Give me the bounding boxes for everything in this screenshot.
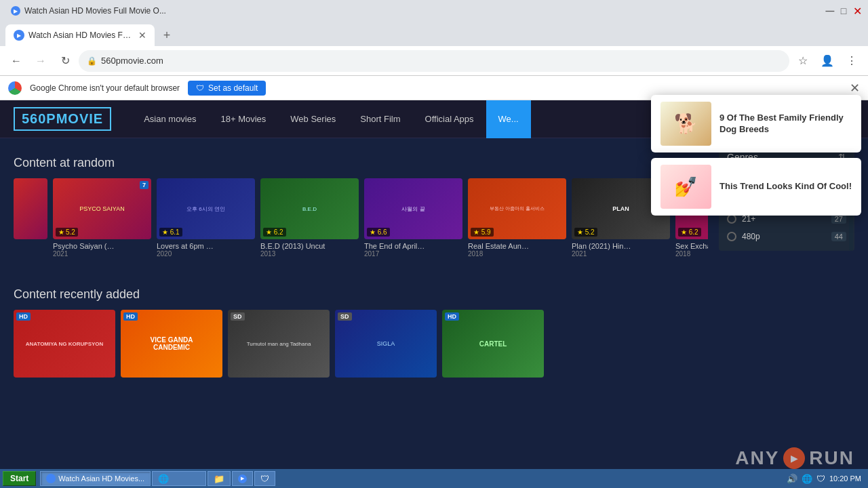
minimize-button[interactable]: ─ xyxy=(825,5,835,16)
movie-rating: ★ 6.2 xyxy=(263,228,286,237)
taskbar-item-label: Watch Asian HD Movies... xyxy=(58,474,144,483)
bookmark-button[interactable]: ☆ xyxy=(792,50,814,72)
taskbar-browser-item[interactable]: Watch Asian HD Movies... xyxy=(40,471,151,486)
address-bar[interactable]: 🔒 560pmovie.com xyxy=(79,50,789,72)
movie-rating: ★ 5.9 xyxy=(471,228,494,237)
genre-item-480p[interactable]: 480p 44 xyxy=(719,228,854,245)
movie-title: Sex Exchange (2… xyxy=(675,242,708,250)
movie-thumbnail xyxy=(14,178,47,239)
movie-title: Lovers at 6pm … xyxy=(157,242,255,250)
nav-18plus[interactable]: 18+ Movies xyxy=(208,100,278,138)
address-bar-row: ← → ↻ 🔒 560pmovie.com ☆ 👤 ⋮ xyxy=(0,46,868,76)
popup-ad-trend[interactable]: 💅 This Trend Looks Kind Of Cool! xyxy=(651,158,861,216)
movie-quality-badge: SD xyxy=(338,312,352,321)
list-item[interactable] xyxy=(14,178,47,258)
list-item[interactable]: 오후 6시의 연인 ★ 6.1 Lovers at 6pm … 2020 xyxy=(157,178,255,258)
movie-title: Psycho Saiyan (… xyxy=(53,242,151,250)
list-item[interactable]: 부동산 아줌마의 홀서비스 ★ 5.9 Real Estate Aun… 201… xyxy=(468,178,566,258)
anyrun-logo-text: ANY xyxy=(735,447,779,469)
movie-quality-badge: HD xyxy=(445,312,459,321)
nav-short-film[interactable]: Short Film xyxy=(348,100,412,138)
movie-thumbnail: PSYCO SAIYAN 7 ★ 5.2 xyxy=(53,178,151,239)
taskbar-browser-icon xyxy=(46,474,56,483)
lock-icon: 🔒 xyxy=(87,56,97,66)
list-item[interactable]: PSYCO SAIYAN 7 ★ 5.2 Psycho Saiyan (… 20… xyxy=(53,178,151,258)
movie-thumbnail: HD VICE GANDACANDEMIC xyxy=(121,310,222,378)
nav-asian-movies[interactable]: Asian movies xyxy=(132,100,208,138)
recent-movies-row: HD ANATOMIYA NG KORUPSYON HD VICE GANDAC… xyxy=(14,310,708,378)
back-button[interactable]: ← xyxy=(5,50,27,72)
genre-radio-480p[interactable] xyxy=(727,232,736,241)
browser-toolbar-icons: ☆ 👤 ⋮ xyxy=(792,50,863,72)
movie-number-badge: 7 xyxy=(140,181,149,189)
anyrun-run-text: RUN xyxy=(809,447,854,469)
movie-year: 2021 xyxy=(53,250,151,258)
close-notification-button[interactable]: ✕ xyxy=(850,81,860,96)
popup-ad-trend-text: This Trend Looks Kind Of Cool! xyxy=(719,181,852,192)
movie-rating: ★ 5.2 xyxy=(574,228,597,237)
popup-ad-dog-image: 🐕 xyxy=(660,102,711,146)
list-item[interactable]: HD ANATOMIYA NG KORUPSYON xyxy=(14,310,115,378)
movie-quality-badge: HD xyxy=(16,312,31,321)
movie-rating: ★ 6.1 xyxy=(159,228,182,237)
movie-thumbnail: 부동산 아줌마의 홀서비스 ★ 5.9 xyxy=(468,178,566,239)
address-text: 560pmovie.com xyxy=(101,56,781,66)
forward-button[interactable]: → xyxy=(30,50,52,72)
set-default-button[interactable]: 🛡 Set as default xyxy=(188,81,266,96)
new-tab-button[interactable]: + xyxy=(157,26,176,45)
movie-year: 2021 xyxy=(572,250,670,258)
movie-rating: ★ 6.6 xyxy=(367,228,390,237)
taskbar-chrome-icon: ▶ xyxy=(238,474,247,483)
network-icon[interactable]: 🌐 xyxy=(802,474,812,484)
main-content: Content at random PSYCO SAIYAN 7 ★ 5.2 P… xyxy=(14,145,708,383)
list-item[interactable]: B.E.D ★ 6.2 B.E.D (2013) Uncut 2013 xyxy=(260,178,359,258)
folder-icon: 📁 xyxy=(214,474,224,484)
list-item[interactable]: SD Tumutol man ang Tadhana xyxy=(228,310,330,378)
browser-chrome: ▶ Watch Asian HD Movies Full Movie O... … xyxy=(0,22,868,100)
browser-tab-active[interactable]: ▶ Watch Asian HD Movies Full Movie O... … xyxy=(5,24,155,46)
taskbar-ie-icon: 🌐 xyxy=(158,474,169,484)
tab-favicon: ▶ xyxy=(14,30,24,41)
list-item[interactable]: HD CARTEL xyxy=(442,310,544,378)
list-item[interactable]: HD VICE GANDACANDEMIC xyxy=(121,310,222,378)
popup-ad-dog[interactable]: 🐕 9 Of The Best Family Friendly Dog Bree… xyxy=(651,95,861,152)
nav-web-series[interactable]: Web Series xyxy=(278,100,348,138)
system-clock: 10:20 PM xyxy=(829,474,861,483)
start-button[interactable]: Start xyxy=(3,471,36,486)
genre-radio-21plus[interactable] xyxy=(727,214,736,224)
taskbar-security-item[interactable]: 🛡 xyxy=(254,471,275,486)
nav-official-apps[interactable]: Official Apps xyxy=(413,100,486,138)
security-tray-icon[interactable]: 🛡 xyxy=(816,474,825,484)
movie-year: 2018 xyxy=(468,250,566,258)
list-item[interactable]: 사월의 끝 ★ 6.6 The End of April… 2017 xyxy=(364,178,462,258)
movie-title: Real Estate Aun… xyxy=(468,242,566,250)
movie-year: 2020 xyxy=(157,250,255,258)
movie-thumbnail: 오후 6시의 연인 ★ 6.1 xyxy=(157,178,255,239)
genre-name-480p: 480p xyxy=(742,232,760,241)
system-tray: 🔊 🌐 🛡 10:20 PM xyxy=(783,474,865,484)
list-item[interactable]: SD SIGLA xyxy=(335,310,437,378)
taskbar-items: Watch Asian HD Movies... 🌐 📁 ▶ 🛡 xyxy=(40,471,778,486)
random-section-title: Content at random xyxy=(14,156,708,170)
close-button[interactable]: ✕ xyxy=(852,5,863,16)
reload-button[interactable]: ↻ xyxy=(54,50,76,72)
maximize-button[interactable]: □ xyxy=(838,5,849,16)
nav-web[interactable]: We... xyxy=(486,100,531,138)
menu-button[interactable]: ⋮ xyxy=(841,50,863,72)
notification-text: Google Chrome isn't your default browser xyxy=(30,83,180,93)
movie-thumbnail: HD ANATOMIYA NG KORUPSYON xyxy=(14,310,115,378)
taskbar-chrome-item[interactable]: ▶ xyxy=(232,471,253,486)
chrome-logo xyxy=(8,81,22,95)
movie-title: Plan (2021) Hin… xyxy=(572,242,670,250)
volume-icon[interactable]: 🔊 xyxy=(787,474,797,484)
site-logo[interactable]: 560PMOVIE xyxy=(14,107,111,131)
tab-close-button[interactable]: ✕ xyxy=(138,30,146,41)
movie-thumbnail: HD CARTEL xyxy=(442,310,544,378)
taskbar-ie-item[interactable]: 🌐 xyxy=(152,471,206,486)
os-taskbar: Start Watch Asian HD Movies... 🌐 📁 ▶ 🛡 🔊… xyxy=(0,469,868,488)
recent-section-title: Content recently added xyxy=(14,287,708,302)
movie-rating: ★ 6.2 xyxy=(678,228,701,237)
taskbar-folder-item[interactable]: 📁 xyxy=(208,471,231,486)
profile-button[interactable]: 👤 xyxy=(816,50,838,72)
nails-icon: 💅 xyxy=(660,165,711,209)
